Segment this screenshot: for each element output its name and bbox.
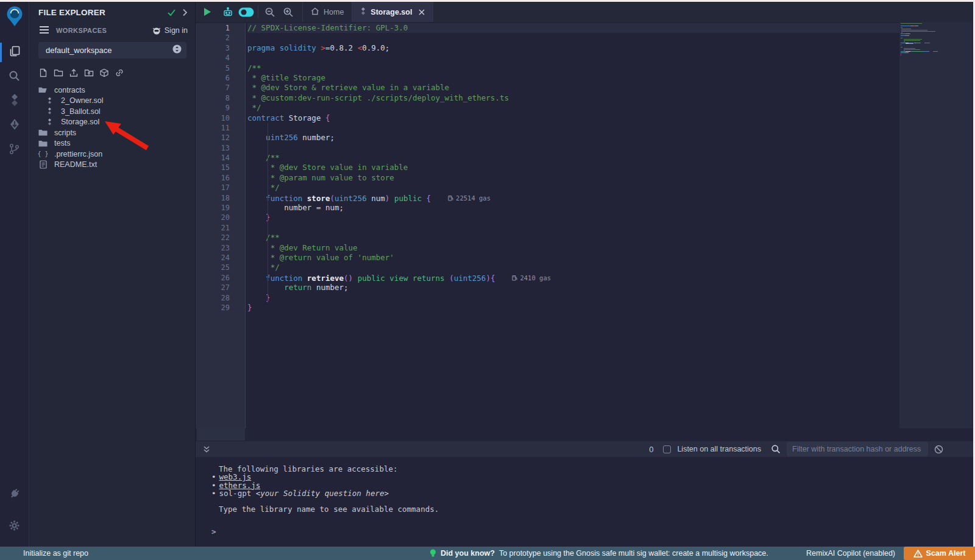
collapse-terminal-icon[interactable] <box>203 445 210 453</box>
tree-item-readme-txt[interactable]: README.txt <box>30 160 195 171</box>
tree-item-label: tests <box>54 139 70 147</box>
code-line-29: } <box>247 303 899 313</box>
zoom-in-button[interactable] <box>279 2 297 22</box>
sidebar-item-git[interactable] <box>0 138 29 161</box>
remix-logo[interactable] <box>4 5 25 30</box>
sidebar-item-plugin-manager[interactable] <box>0 483 29 506</box>
code-line-6: * @title Storage <box>247 73 899 83</box>
activity-sidebar <box>0 2 29 547</box>
clear-filter-icon[interactable] <box>934 445 943 454</box>
code-line-28: } <box>247 293 899 303</box>
init-git-repo-button[interactable]: Initialize as git repo <box>23 547 88 560</box>
code-line-8: * @custom:dev-run-script ./scripts/deplo… <box>247 93 899 103</box>
tree-item-label: 2_Owner.sol <box>61 96 103 105</box>
gear-icon <box>9 520 20 534</box>
editor-minimap[interactable] <box>899 22 973 428</box>
terminal-output[interactable]: The following libraries are accessible: … <box>196 457 975 547</box>
home-icon <box>311 7 319 17</box>
warning-icon <box>913 550 923 558</box>
tree-item-label: .prettierrc.json <box>54 150 102 158</box>
code-line-16: * @param num value to store <box>247 173 899 183</box>
github-icon <box>152 27 161 35</box>
code-line-24: * @return value of 'number' <box>247 253 899 263</box>
chevron-right-icon[interactable] <box>182 9 188 16</box>
tree-item-2-owner-sol[interactable]: 2_Owner.sol <box>30 96 195 107</box>
close-tab-icon[interactable] <box>419 9 425 15</box>
tree-item-scripts[interactable]: scripts <box>30 127 195 138</box>
search-icon <box>8 69 21 85</box>
sign-in-button[interactable]: Sign in <box>152 26 188 35</box>
code-line-9: */ <box>247 103 899 113</box>
plugin-manager-icon <box>9 487 21 502</box>
remix-ide-window: FILE EXPLORER WORKSPACES Sign in <box>0 0 975 560</box>
scam-alert-button[interactable]: Scam Alert <box>904 547 975 560</box>
code-line-25: */ <box>247 263 899 272</box>
terminal-line: The following libraries are accessible: <box>211 465 975 473</box>
tree-item-contracts[interactable]: contracts <box>30 85 195 96</box>
tree-item-3-ballot-sol[interactable]: 3_Ballot.sol <box>30 106 195 117</box>
code-line-2 <box>247 33 899 43</box>
terminal-search-icon[interactable] <box>771 444 781 454</box>
status-bar: Initialize as git repo Did you know? To … <box>0 547 975 560</box>
transaction-filter-input[interactable] <box>787 442 928 456</box>
code-editor[interactable]: 1234567891011121314151617181920212223242… <box>196 22 975 428</box>
terminal-line: •web3.js <box>211 473 975 481</box>
tree-item-label: README.txt <box>54 160 97 169</box>
tree-item--prettierrc-json[interactable]: { }.prettierrc.json <box>30 149 195 160</box>
doc-icon <box>38 160 48 169</box>
solidity-compiler-icon <box>9 94 20 108</box>
new-folder-icon[interactable] <box>54 68 63 77</box>
code-line-5: /** <box>247 63 899 73</box>
editor-gutter: 1234567891011121314151617181920212223242… <box>196 23 245 428</box>
tree-item-label: contracts <box>54 86 85 94</box>
file-toolbar <box>30 58 195 80</box>
workspace-selected-value: default_workspace <box>46 46 172 55</box>
copilot-toggle[interactable] <box>237 2 255 22</box>
json-icon: { } <box>38 151 48 157</box>
tree-item-label: Storage.sol <box>61 118 99 126</box>
sidebar-item-settings[interactable] <box>0 515 29 538</box>
tree-item-tests[interactable]: tests <box>30 138 195 149</box>
link-icon[interactable] <box>115 68 124 77</box>
code-line-26: function retrieve() public view returns … <box>247 273 899 283</box>
workspace-select[interactable]: default_workspace <box>38 42 186 58</box>
upload-folder-icon[interactable] <box>84 68 94 77</box>
folder-icon <box>38 140 48 147</box>
tree-item-label: 3_Ballot.sol <box>61 107 101 116</box>
zoom-out-button[interactable] <box>261 2 279 22</box>
tree-item-storage-sol[interactable]: Storage.sol <box>30 117 195 128</box>
solidity-icon <box>45 107 54 115</box>
code-line-22: /** <box>247 233 899 243</box>
code-line-27: return number; <box>247 283 899 292</box>
horizontal-scrollbar-thumb[interactable] <box>197 428 245 441</box>
deploy-run-icon <box>9 118 21 133</box>
code-line-11 <box>247 123 899 133</box>
remixai-assistant-icon[interactable] <box>219 2 237 22</box>
upload-file-icon[interactable] <box>69 68 79 77</box>
panel-title: FILE EXPLORER <box>38 8 161 17</box>
cube-icon[interactable] <box>99 68 109 77</box>
folder-icon <box>38 129 48 136</box>
copilot-status[interactable]: RemixAI Copilot (enabled) <box>806 547 895 560</box>
code-line-19: number = num; <box>247 203 899 213</box>
run-script-button[interactable] <box>196 2 219 22</box>
did-you-know-tip: Did you know? To prototype using the Gno… <box>430 547 768 560</box>
accept-check-icon[interactable] <box>167 9 176 16</box>
tree-item-label: scripts <box>54 129 76 137</box>
sidebar-item-deploy-and-run[interactable] <box>0 114 29 137</box>
code-line-14: /** <box>247 153 899 163</box>
workspaces-menu-icon[interactable] <box>40 25 49 36</box>
listen-all-transactions-label: Listen on all transactions <box>677 445 761 453</box>
editor-tabbar: Home Storage.sol <box>196 2 975 22</box>
code-line-23: * @dev Return value <box>247 243 899 253</box>
sidebar-item-search[interactable] <box>0 65 29 88</box>
code-line-20: } <box>247 213 899 222</box>
new-file-icon[interactable] <box>38 68 48 77</box>
tab-storage-sol[interactable]: Storage.sol <box>352 2 433 22</box>
sidebar-item-solidity-compiler[interactable] <box>0 90 29 113</box>
code-line-10: contract Storage { <box>247 113 899 123</box>
tab-home[interactable]: Home <box>302 2 352 22</box>
sidebar-item-file-explorer[interactable] <box>0 41 29 64</box>
listen-all-transactions-checkbox[interactable] <box>663 445 671 453</box>
file-explorer-panel: FILE EXPLORER WORKSPACES Sign in <box>30 2 195 547</box>
